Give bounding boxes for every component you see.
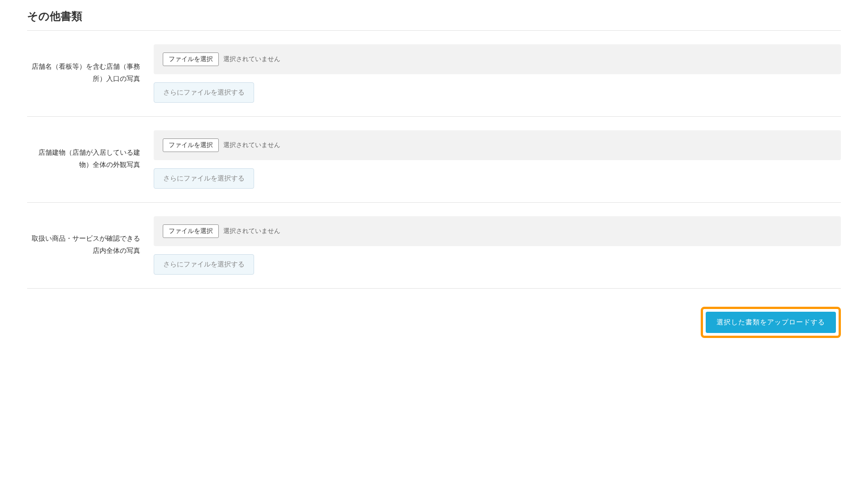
more-files-button[interactable]: さらにファイルを選択する [154, 254, 254, 275]
upload-button-highlight: 選択した書類をアップロードする [701, 307, 841, 338]
upload-content: ファイルを選択 選択されていません さらにファイルを選択する [154, 130, 841, 189]
file-select-box: ファイルを選択 選択されていません [154, 216, 841, 246]
file-select-box: ファイルを選択 選択されていません [154, 44, 841, 74]
footer-area: 選択した書類をアップロードする [27, 289, 841, 352]
file-select-button[interactable]: ファイルを選択 [163, 224, 219, 238]
upload-row-building-photo: 店舗建物（店舗が入居している建物）全体の外観写真 ファイルを選択 選択されていま… [27, 117, 841, 203]
upload-documents-button[interactable]: 選択した書類をアップロードする [706, 312, 836, 333]
more-files-button[interactable]: さらにファイルを選択する [154, 82, 254, 103]
upload-row-entrance-photo: 店舗名（看板等）を含む店舗（事務所）入口の写真 ファイルを選択 選択されていませ… [27, 31, 841, 117]
upload-label: 店舗建物（店舗が入居している建物）全体の外観写真 [27, 130, 154, 171]
file-select-box: ファイルを選択 選択されていません [154, 130, 841, 160]
file-select-button[interactable]: ファイルを選択 [163, 52, 219, 66]
upload-row-interior-photo: 取扱い商品・サービスが確認できる店内全体の写真 ファイルを選択 選択されていませ… [27, 203, 841, 289]
file-select-status: 選択されていません [223, 55, 280, 63]
file-select-status: 選択されていません [223, 227, 280, 235]
upload-content: ファイルを選択 選択されていません さらにファイルを選択する [154, 44, 841, 103]
section-title: その他書類 [27, 0, 841, 31]
file-select-status: 選択されていません [223, 141, 280, 149]
file-select-button[interactable]: ファイルを選択 [163, 138, 219, 152]
upload-content: ファイルを選択 選択されていません さらにファイルを選択する [154, 216, 841, 275]
upload-label: 店舗名（看板等）を含む店舗（事務所）入口の写真 [27, 44, 154, 85]
more-files-button[interactable]: さらにファイルを選択する [154, 168, 254, 189]
upload-label: 取扱い商品・サービスが確認できる店内全体の写真 [27, 216, 154, 257]
